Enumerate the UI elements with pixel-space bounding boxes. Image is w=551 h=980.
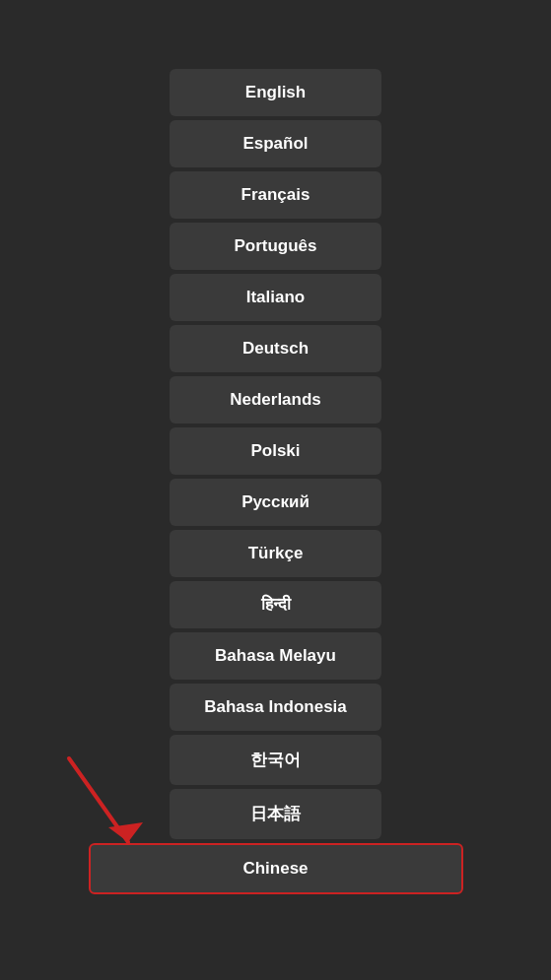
- language-btn-espanol[interactable]: Español: [170, 120, 381, 167]
- language-btn-hindi[interactable]: हिन्दी: [170, 581, 381, 628]
- language-list: EnglishEspañolFrançaisPortuguêsItalianoD…: [0, 69, 551, 894]
- language-btn-italiano[interactable]: Italiano: [170, 274, 381, 321]
- language-btn-korean[interactable]: 한국어: [170, 735, 381, 785]
- language-btn-russian[interactable]: Русский: [170, 479, 381, 526]
- language-btn-deutsch[interactable]: Deutsch: [170, 325, 381, 372]
- language-btn-indonesian[interactable]: Bahasa Indonesia: [170, 684, 381, 731]
- language-btn-polski[interactable]: Polski: [170, 427, 381, 475]
- language-btn-turkce[interactable]: Türkçe: [170, 530, 381, 577]
- language-btn-english[interactable]: English: [170, 69, 381, 116]
- language-btn-japanese[interactable]: 日本語: [170, 789, 381, 839]
- language-btn-nederlands[interactable]: Nederlands: [170, 376, 381, 424]
- language-btn-francais[interactable]: Français: [170, 171, 381, 219]
- language-btn-malay[interactable]: Bahasa Melayu: [170, 632, 381, 680]
- language-btn-chinese[interactable]: Chinese: [89, 843, 463, 894]
- language-btn-portugues[interactable]: Português: [170, 223, 381, 270]
